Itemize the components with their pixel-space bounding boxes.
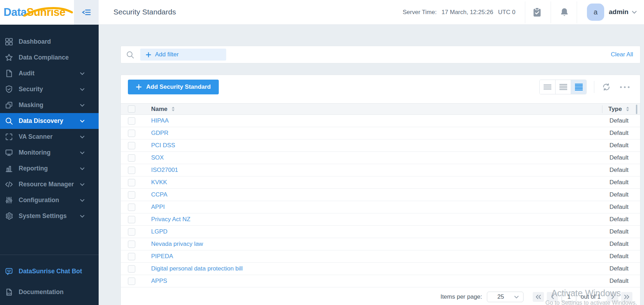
standard-link[interactable]: PIPEDA xyxy=(151,253,173,260)
table-row[interactable]: GDPRDefault xyxy=(121,127,640,139)
add-button-label: Add Security Standard xyxy=(146,83,211,91)
standard-link[interactable]: SOX xyxy=(151,154,164,161)
sidebar-item-masking[interactable]: Masking xyxy=(0,97,99,113)
type-value: Default xyxy=(601,253,637,260)
row-checkbox[interactable] xyxy=(128,191,135,199)
row-checkbox[interactable] xyxy=(128,278,135,285)
table-row[interactable]: Nevada privacy lawDefault xyxy=(121,238,640,250)
double-chevron-left-icon xyxy=(535,295,541,299)
lines-4-icon xyxy=(559,83,567,91)
more-actions-ellipsis-icon[interactable] xyxy=(620,86,630,88)
view-density-dense-button[interactable] xyxy=(571,80,586,94)
standard-link[interactable]: LGPD xyxy=(151,228,167,235)
previous-page-button[interactable] xyxy=(547,292,558,302)
add-filter-button[interactable]: Add filter xyxy=(140,49,226,61)
table-row[interactable]: HIPAADefault xyxy=(121,115,640,127)
sidebar-item-configuration[interactable]: Configuration xyxy=(0,192,99,208)
sidebar-item-reporting[interactable]: Reporting xyxy=(0,161,99,176)
sidebar-item-system-settings[interactable]: System Settings xyxy=(0,208,99,224)
table-body: HIPAADefault GDPRDefault PCI DSSDefault … xyxy=(121,115,640,287)
sidebar-collapse-button[interactable] xyxy=(74,0,99,25)
tasks-clipboard-icon[interactable] xyxy=(532,7,542,18)
standard-link[interactable]: Privacy Act NZ xyxy=(151,216,190,223)
user-menu-chevron-down-icon[interactable] xyxy=(632,11,637,14)
masking-layers-icon xyxy=(4,100,14,110)
type-value: Default xyxy=(601,216,637,223)
user-avatar[interactable]: a xyxy=(587,4,604,21)
notifications-bell-icon[interactable] xyxy=(559,7,569,18)
row-checkbox[interactable] xyxy=(128,167,135,174)
standard-link[interactable]: PCI DSS xyxy=(151,142,175,149)
table-row[interactable]: ISO27001Default xyxy=(121,164,640,176)
first-page-button[interactable] xyxy=(533,292,544,302)
standard-link[interactable]: Nevada privacy law xyxy=(151,241,203,247)
table-row[interactable]: APPIDefault xyxy=(121,201,640,213)
table-row[interactable]: Privacy Act NZDefault xyxy=(121,213,640,226)
clear-all-link[interactable]: Clear All xyxy=(611,51,633,58)
view-density-loose-button[interactable] xyxy=(540,80,555,94)
row-checkbox[interactable] xyxy=(128,204,135,211)
table-row[interactable]: LGPDDefault xyxy=(121,226,640,238)
table-row[interactable]: Digital personal data protection billDef… xyxy=(121,263,640,275)
row-checkbox[interactable] xyxy=(128,228,135,236)
last-page-button[interactable] xyxy=(621,292,632,302)
refresh-icon[interactable] xyxy=(602,82,611,92)
standard-link[interactable]: APPS xyxy=(151,278,167,284)
standard-link[interactable]: Digital personal data protection bill xyxy=(151,265,243,272)
select-all-checkbox[interactable] xyxy=(128,105,135,113)
view-density-toggle xyxy=(539,80,587,94)
row-checkbox[interactable] xyxy=(128,265,135,273)
app-logo[interactable]: DataSunrise xyxy=(4,6,65,19)
sidebar-item-label: Reporting xyxy=(19,165,48,172)
sort-icon[interactable] xyxy=(171,106,175,112)
add-security-standard-button[interactable]: Add Security Standard xyxy=(128,80,219,94)
column-header-name[interactable]: Name xyxy=(151,106,175,113)
table-row[interactable]: APPSDefault xyxy=(121,275,640,287)
table-row[interactable]: KVKKDefault xyxy=(121,176,640,189)
standard-link[interactable]: ISO27001 xyxy=(151,167,178,173)
standard-link[interactable]: HIPAA xyxy=(151,117,169,124)
items-per-page-select[interactable]: 25 xyxy=(487,292,524,302)
type-value: Default xyxy=(601,130,637,137)
sidebar-item-documentation[interactable]: DOC Documentation xyxy=(0,284,99,300)
sidebar-item-security[interactable]: Security xyxy=(0,81,99,97)
column-resize-handle[interactable] xyxy=(636,105,637,114)
column-header-type[interactable]: Type xyxy=(608,106,630,113)
table-row[interactable]: PCI DSSDefault xyxy=(121,139,640,152)
row-checkbox[interactable] xyxy=(128,117,135,125)
topbar-divider xyxy=(525,1,525,23)
standard-link[interactable]: APPI xyxy=(151,204,165,210)
type-value: Default xyxy=(601,204,637,211)
row-checkbox[interactable] xyxy=(128,241,135,248)
sidebar-item-chat-bot[interactable]: DataSunrise Chat Bot xyxy=(0,263,99,279)
row-checkbox[interactable] xyxy=(128,130,135,137)
sidebar-item-audit[interactable]: Audit xyxy=(0,66,99,81)
avatar-initial: a xyxy=(594,8,597,16)
row-checkbox[interactable] xyxy=(128,216,135,223)
row-checkbox[interactable] xyxy=(128,142,135,149)
standard-link[interactable]: GDPR xyxy=(151,130,168,136)
sort-icon[interactable] xyxy=(626,106,630,112)
table-row[interactable]: CCPADefault xyxy=(121,189,640,201)
sidebar-item-resource-manager[interactable]: Resource Manager xyxy=(0,176,99,192)
view-density-medium-button[interactable] xyxy=(555,80,571,94)
code-brackets-icon xyxy=(4,180,14,189)
page-number-input[interactable] xyxy=(562,292,576,302)
table-row[interactable]: SOXDefault xyxy=(121,152,640,164)
sidebar-item-monitoring[interactable]: Monitoring xyxy=(0,145,99,161)
sidebar-item-data-discovery[interactable]: Data Discovery xyxy=(0,113,99,129)
table-row[interactable]: PIPEDADefault xyxy=(121,250,640,263)
sidebar-item-label: Masking xyxy=(19,101,43,109)
sidebar-item-data-compliance[interactable]: Data Compliance xyxy=(0,50,99,66)
row-checkbox[interactable] xyxy=(128,179,135,186)
standard-link[interactable]: KVKK xyxy=(151,179,167,186)
user-name[interactable]: admin xyxy=(609,8,628,16)
filter-bar: Add filter Clear All xyxy=(120,46,640,63)
chevron-down-icon xyxy=(80,183,85,186)
row-checkbox[interactable] xyxy=(128,253,135,260)
sidebar-item-va-scanner[interactable]: VA Scanner xyxy=(0,129,99,145)
sidebar-item-dashboard[interactable]: Dashboard xyxy=(0,34,99,50)
row-checkbox[interactable] xyxy=(128,154,135,162)
next-page-button[interactable] xyxy=(607,292,618,302)
standard-link[interactable]: CCPA xyxy=(151,191,167,198)
